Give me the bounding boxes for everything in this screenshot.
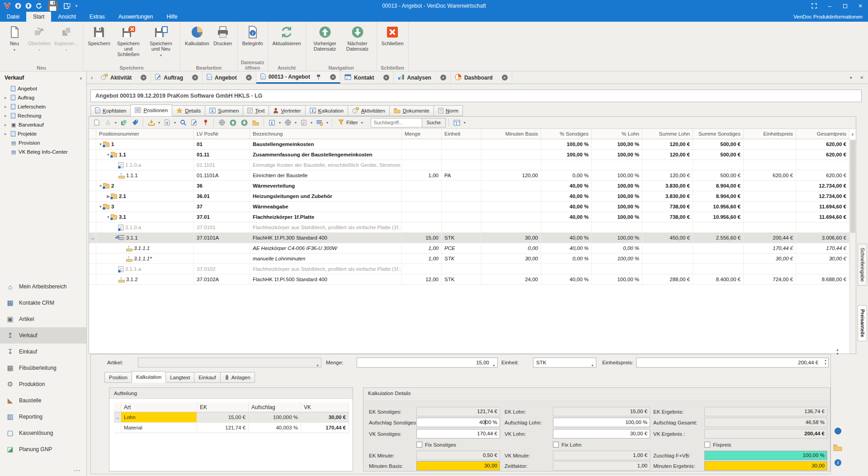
side-tab-schnelleingabe[interactable]: Schnelleingabe	[858, 244, 867, 286]
column-header-einheitspreis[interactable]: Einheitspreis	[744, 129, 796, 139]
menu-tab-ansicht[interactable]: Ansicht	[51, 12, 82, 22]
artikel-select[interactable]: ▼	[138, 358, 321, 368]
column-header-menge[interactable]: Menge	[402, 129, 442, 139]
field-input-aufschlag-gesamt[interactable]: 46,58 %	[704, 418, 827, 427]
close-all-icon[interactable]: ×	[860, 74, 863, 81]
module-item-mein-arbeitsbereich[interactable]: ⌂Mein Arbeitsbereich	[0, 278, 86, 295]
clipboard-menu-button[interactable]	[298, 118, 309, 127]
tab-list-dropdown-icon[interactable]: ▾	[850, 75, 852, 80]
chevron-down-icon[interactable]: ▼	[326, 121, 329, 124]
aufteilung-column-art[interactable]: Art	[121, 402, 197, 412]
ribbon-button-speichern-und-schließen[interactable]: Speichern und Schließen	[112, 24, 145, 58]
column-header-lv-posnr[interactable]: LV PosNr	[194, 129, 250, 139]
table-row-position-3[interactable]: ▼337Wärmeabgabe40,00 %100,00 %738,00 €10…	[89, 202, 849, 212]
field-input-minuten-basis[interactable]: 30,00	[416, 461, 500, 471]
ribbon-button-kalkulation[interactable]: Kalkulation	[183, 24, 211, 47]
ribbon-button-speichern-und-neu[interactable]: Speichern und Neu▼	[145, 24, 177, 60]
sidebar-item-projekte[interactable]: ▸Projekte	[0, 129, 86, 138]
field-input-ek-ergebnis[interactable]: 136,74 €	[704, 407, 827, 416]
module-item-einkauf[interactable]: ↧Einkauf	[0, 344, 86, 360]
ribbon-button-nächster-datensatz[interactable]: Nächster Datensatz	[341, 24, 374, 53]
aufteilung-row-lohn[interactable]: →Lohn15,00 €100,000 %30,00 €	[114, 412, 349, 423]
module-item-artikel[interactable]: ▣Artikel	[0, 311, 86, 327]
column-header--sonstiges[interactable]: % Sonstiges	[541, 129, 592, 139]
field-input-aufschlag-sonstiges[interactable]: 4000 %	[416, 418, 500, 427]
field-input-zuschlag-f+vb[interactable]: 100,00 %	[704, 451, 827, 460]
chevron-down-icon[interactable]: ▼	[294, 121, 297, 124]
table-row-position-2[interactable]: ▼236Wärmeverteilung40,00 %100,00 %3.830,…	[89, 181, 849, 191]
document-tab-angebot[interactable]: Angebot×	[203, 71, 256, 84]
chevron-down-icon[interactable]: ▼	[492, 361, 495, 370]
spinner-icon[interactable]: ▲▼	[824, 359, 827, 366]
customize-dropdown-icon[interactable]: ▼	[75, 2, 78, 10]
chevron-down-icon[interactable]: ▼	[173, 121, 177, 124]
price-doc-button[interactable]: €	[162, 118, 172, 127]
table-row-position-3-1-1-1-[interactable]: 3.1.1.1*manuelle Lohnminuten1,00STK30,00…	[89, 254, 849, 264]
chevron-down-icon[interactable]: ▼	[278, 121, 282, 124]
sidebar-item-vk-beleg-info-center[interactable]: ▤VK Beleg Info-Center	[0, 147, 86, 156]
checkbox-fixpreis[interactable]	[704, 442, 710, 448]
field-input-zeitfaktor[interactable]: 1,00	[553, 461, 650, 471]
column-header-summe-sonstiges[interactable]: Summe Sonstiges	[693, 129, 744, 139]
close-tab-icon[interactable]: ×	[330, 74, 336, 80]
table-row-position-3-1-1[interactable]: →▼3.1.137.0101AFlachHK 1f.Pl.300 Standar…	[89, 233, 849, 243]
tab-text[interactable]: Text	[243, 105, 269, 116]
globe-button[interactable]	[217, 118, 227, 127]
aufteilung-row-material[interactable]: Material121,74 €40,003 %170,44 €	[114, 423, 349, 433]
column-header--lohn[interactable]: % Lohn	[592, 129, 642, 139]
pin-icon[interactable]	[316, 74, 321, 80]
module-item-planung-gnp[interactable]: ◪Planung GNP	[0, 441, 86, 457]
table-row-position-3-1[interactable]: ▼3.137.01Flachheizkörper 1f.Platte40,00 …	[89, 212, 849, 222]
menu-tab-datei[interactable]: Datei	[0, 12, 26, 22]
expand-arrow-icon[interactable]: ▸	[5, 113, 9, 118]
pin-button[interactable]	[200, 118, 211, 127]
search-doc-button[interactable]	[178, 118, 188, 127]
filter-button[interactable]: Filter▼	[335, 119, 367, 126]
chevron-down-icon[interactable]: ▼	[310, 121, 313, 124]
tab-norm[interactable]: Norm	[434, 105, 463, 116]
field-input-ek-lohn[interactable]: 15,00 €	[553, 407, 650, 416]
scrollbar-thumb[interactable]	[850, 140, 855, 233]
documents-folder-icon[interactable]	[833, 444, 842, 452]
menu-tab-start[interactable]: Start	[26, 12, 51, 22]
table-row-position-3-1-2[interactable]: 3.1.237.0102AFlachHK 1f.Pl.500 Standard …	[89, 274, 849, 285]
field-input-ek-minute[interactable]: 0,50 €	[416, 451, 500, 460]
move-down-button[interactable]	[239, 118, 250, 127]
field-input-aufschlag-lohn[interactable]: 100,00 %	[553, 418, 650, 427]
sidebar-item-provision[interactable]: ▤Provision	[0, 138, 86, 147]
chevron-down-icon[interactable]: ▼	[316, 361, 319, 370]
tab-dokumente[interactable]: Dokumente	[389, 105, 434, 116]
module-item-reporting[interactable]: ▥Reporting	[0, 409, 86, 425]
close-tab-icon[interactable]: ×	[246, 75, 252, 80]
aufteilung-column-aufschlag[interactable]: Aufschlag	[249, 402, 301, 412]
document-tab-aktivität[interactable]: Aktivität×	[97, 71, 151, 84]
close-tab-icon[interactable]: ×	[383, 75, 389, 80]
module-item-baustelle[interactable]: ◣Baustelle	[0, 392, 86, 409]
table-row-position-1-1[interactable]: ▼1.101.11Zusammenfassung der Baustelleng…	[89, 150, 849, 160]
tab-kopfdaten[interactable]: Kopfdaten	[90, 105, 131, 116]
field-input-vk-minute[interactable]: 1,00 €	[553, 451, 650, 460]
folder-button[interactable]	[250, 118, 261, 127]
column-header-summe-lohn[interactable]: Summe Lohn	[642, 129, 693, 139]
checkbox-fix-lohn[interactable]	[553, 442, 559, 448]
document-tab-analysen[interactable]: Analysen×	[394, 71, 451, 84]
column-header-bezeichnung[interactable]: Bezeichnung	[250, 129, 402, 139]
expand-arrow-icon[interactable]: ▸	[5, 132, 9, 136]
duplicate-button[interactable]	[118, 118, 129, 127]
module-item-kontakte-crm[interactable]: ▦Kontakte CRM	[0, 295, 86, 311]
layout-menu-button[interactable]	[452, 118, 462, 127]
chevron-down-icon[interactable]: ▼	[591, 361, 594, 370]
module-item-fibuüberleitung[interactable]: ▦Fibuüberleitung	[0, 360, 86, 376]
close-tab-icon[interactable]: ×	[141, 75, 146, 80]
document-tab-00013-angebot[interactable]: 00013 - Angebot×	[256, 71, 340, 84]
expand-arrow-icon[interactable]: ▸	[5, 95, 9, 100]
product-info-link[interactable]: VenDoc Produktinformationen	[793, 12, 868, 22]
tab-details[interactable]: Details	[172, 105, 205, 116]
field-input-vk-lohn[interactable]: 30,00 €	[553, 429, 650, 438]
splitter-collapse-down[interactable]: ▼	[836, 352, 839, 356]
chevron-down-icon[interactable]: ▼	[157, 121, 161, 124]
field-input-vk-ergebnis[interactable]: 200,44 €	[704, 429, 827, 438]
record-indicator-icon[interactable]	[835, 428, 841, 434]
sidebar-item-lieferschein[interactable]: ▸Lieferschein	[0, 102, 86, 111]
maximize-button[interactable]	[837, 0, 853, 12]
